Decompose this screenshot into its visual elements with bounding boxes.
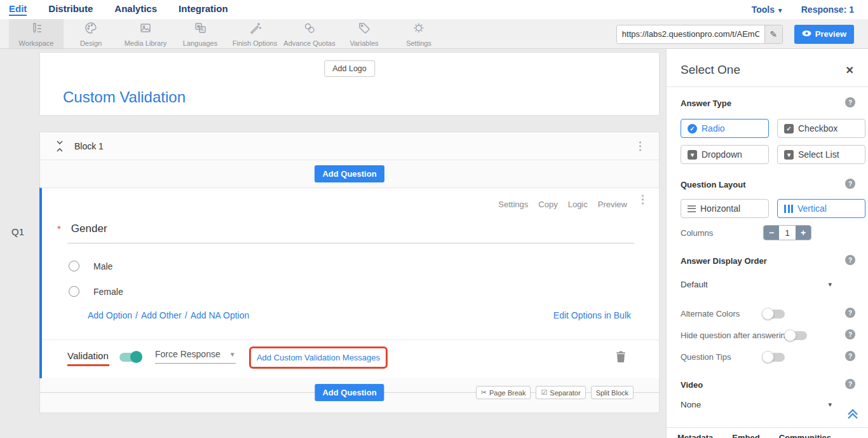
toolbar-item-advance-quotas[interactable]: Advance Quotas: [282, 19, 337, 48]
translate-icon: ✱A: [193, 20, 208, 38]
survey-title[interactable]: Custom Validation: [63, 88, 186, 106]
chevron-down-icon: ▼: [229, 351, 236, 358]
hide-question-toggle[interactable]: [785, 331, 807, 340]
add-question-button-bottom[interactable]: Add Question: [315, 384, 384, 401]
columns-value[interactable]: 1: [779, 226, 796, 240]
radio-button-icon[interactable]: [69, 261, 79, 271]
tab-communities[interactable]: Communities: [779, 433, 831, 438]
validation-annotation-underline: [67, 364, 109, 366]
answer-option-label[interactable]: Male: [93, 261, 112, 271]
toolbar-item-workspace[interactable]: Workspace: [9, 19, 64, 48]
question-tips-label: Question Tips: [681, 352, 731, 362]
question-menu-icon[interactable]: [642, 195, 644, 205]
alternate-colors-toggle[interactable]: [763, 310, 785, 318]
answer-display-order-select[interactable]: Default ▾: [681, 280, 832, 289]
add-na-option-link[interactable]: Add NA Option: [191, 310, 250, 320]
video-select[interactable]: None ▾: [681, 400, 832, 409]
help-icon[interactable]: ?: [845, 308, 855, 318]
tab-embed[interactable]: Embed: [732, 433, 759, 438]
separator-button[interactable]: ☑ Separator: [536, 386, 585, 399]
close-icon[interactable]: ✕: [846, 64, 854, 76]
toolbar-item-languages[interactable]: ✱A Languages: [173, 19, 227, 48]
option-links: Add Option / Add Other / Add NA Option: [88, 310, 249, 320]
collapse-block-icon[interactable]: [55, 140, 64, 152]
tools-dropdown[interactable]: Tools ▼: [752, 4, 783, 15]
editor-toolbar: Workspace Design Media Library ✱A Langua…: [0, 19, 868, 49]
columns-stepper: − 1 +: [763, 225, 811, 240]
panel-footer-tabs: Metadata Embed Communities: [667, 427, 868, 438]
magic-wand-icon: [247, 20, 262, 38]
columns-label: Columns: [681, 228, 713, 238]
add-logo-button[interactable]: Add Logo: [324, 60, 375, 77]
link-separator: /: [135, 310, 138, 320]
question-actions: Settings Copy Logic Preview: [498, 200, 627, 209]
answer-type-label: Answer Type: [681, 99, 731, 108]
custom-validation-annotation-box: Add Custom Validation Messages: [249, 346, 388, 369]
tab-metadata[interactable]: Metadata: [677, 433, 713, 438]
layout-vertical-button[interactable]: Vertical: [777, 199, 865, 218]
toolbar-item-design[interactable]: Design: [64, 19, 118, 48]
answer-type-checkbox-button[interactable]: ✓ Checkbox: [777, 119, 865, 138]
question-settings-link[interactable]: Settings: [498, 200, 528, 209]
question-title-underline: [67, 243, 634, 243]
toolbar-item-variables[interactable]: Variables: [337, 19, 391, 48]
validation-toggle[interactable]: [119, 353, 141, 362]
image-icon: [138, 20, 153, 38]
block-footer: Add Question ✂ Page Break ☑ Separator Sp…: [39, 378, 660, 413]
split-block-button[interactable]: Split Block: [591, 386, 634, 399]
help-icon[interactable]: ?: [845, 351, 855, 361]
block-title[interactable]: Block 1: [74, 141, 104, 151]
block-menu-icon[interactable]: [639, 141, 641, 151]
help-icon[interactable]: ?: [845, 179, 855, 189]
answer-type-dropdown-button[interactable]: ▾ Dropdown: [681, 145, 769, 164]
response-count[interactable]: Response: 1: [801, 4, 854, 15]
edit-url-button[interactable]: ✎: [764, 25, 782, 43]
toolbar-item-media-library[interactable]: Media Library: [118, 19, 173, 48]
add-option-link[interactable]: Add Option: [88, 310, 132, 320]
edit-options-in-bulk-link[interactable]: Edit Options in Bulk: [553, 310, 631, 320]
answer-type-radio-button[interactable]: ✓ Radio: [681, 119, 769, 138]
survey-url-input[interactable]: [617, 25, 764, 43]
toolbar-item-settings[interactable]: Settings: [391, 19, 446, 48]
question-copy-link[interactable]: Copy: [538, 200, 557, 209]
radio-button-icon[interactable]: [69, 286, 79, 297]
page-break-button[interactable]: ✂ Page Break: [476, 386, 531, 399]
delete-question-icon[interactable]: [616, 351, 626, 365]
question-title-text[interactable]: Gender: [71, 222, 107, 235]
tag-icon: [356, 20, 372, 38]
help-icon[interactable]: ?: [845, 255, 855, 265]
eye-icon: [802, 29, 811, 39]
nav-tab-integration[interactable]: Integration: [179, 3, 228, 16]
layout-horizontal-button[interactable]: Horizontal: [681, 199, 769, 218]
help-icon[interactable]: ?: [845, 379, 855, 389]
checkbox-icon: ✓: [784, 124, 794, 133]
chevron-down-icon: ▼: [777, 7, 783, 14]
nav-tab-distribute[interactable]: Distribute: [48, 3, 93, 16]
nav-tab-analytics[interactable]: Analytics: [114, 3, 157, 16]
columns-decrement-button[interactable]: −: [764, 226, 779, 240]
preview-button[interactable]: Preview: [794, 25, 854, 44]
add-question-button-top[interactable]: Add Question: [315, 165, 384, 182]
add-custom-validation-messages-link[interactable]: Add Custom Validation Messages: [257, 353, 380, 362]
survey-editor-app: Edit Distribute Analytics Integration To…: [0, 0, 868, 438]
hide-question-label: Hide question after answering: [681, 331, 790, 340]
help-icon[interactable]: ?: [845, 329, 855, 339]
survey-url-group: ✎: [616, 25, 783, 44]
nav-tab-edit[interactable]: Edit: [9, 3, 27, 16]
answer-display-order-label: Answer Display Order: [681, 256, 767, 266]
help-icon[interactable]: ?: [845, 97, 855, 107]
question-tips-toggle[interactable]: [763, 353, 785, 362]
question-preview-link[interactable]: Preview: [598, 200, 627, 209]
toolbar-item-finish-options[interactable]: Finish Options: [227, 19, 282, 48]
force-response-dropdown[interactable]: Force Response ▼: [155, 349, 236, 364]
question-logic-link[interactable]: Logic: [568, 200, 588, 209]
columns-increment-button[interactable]: +: [796, 226, 811, 240]
separator-icon: ☑: [541, 388, 547, 397]
svg-text:A: A: [201, 27, 204, 32]
answer-option-label[interactable]: Female: [93, 287, 123, 297]
add-other-link[interactable]: Add Other: [141, 310, 182, 320]
chain-links-icon: [302, 20, 317, 38]
scroll-to-top-icon[interactable]: [846, 409, 859, 422]
answer-type-select-list-button[interactable]: ▾ Select List: [777, 145, 865, 164]
block-container-top: Block 1 Add Question: [39, 132, 660, 188]
